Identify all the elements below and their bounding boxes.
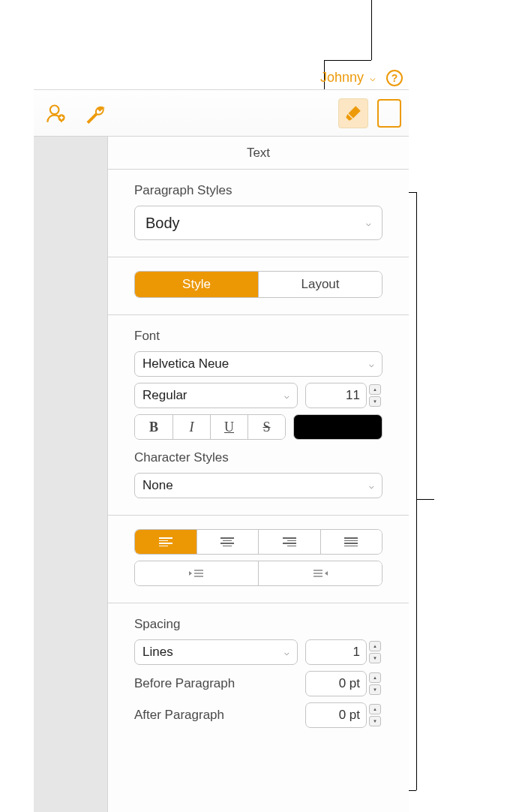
indent-icon (312, 568, 328, 579)
tab-style[interactable]: Style (135, 272, 258, 297)
align-right-button[interactable] (258, 530, 320, 554)
alignment-control (134, 529, 382, 555)
spacing-step-down[interactable]: ▼ (369, 653, 381, 663)
font-size-step-up[interactable]: ▲ (369, 384, 381, 395)
paragraph-styles-label: Paragraph Styles (134, 183, 382, 198)
after-paragraph-stepper: ▲ ▼ (369, 702, 382, 728)
font-size-input[interactable]: 11 (305, 383, 367, 408)
paragraph-styles-section: Paragraph Styles Body ⌵ (108, 170, 409, 257)
text-tabs-section: Style Layout (108, 257, 409, 315)
spacing-step-up[interactable]: ▲ (369, 641, 381, 651)
strikethrough-button[interactable]: S (248, 415, 285, 439)
paragraph-style-dropdown[interactable]: Body ⌵ (134, 206, 382, 240)
collaborate-button[interactable] (41, 98, 71, 128)
italic-button[interactable]: I (172, 415, 210, 439)
align-left-button[interactable] (135, 530, 196, 554)
svg-point-0 (50, 105, 59, 114)
paintbrush-icon (344, 104, 363, 123)
font-weight-value: Regular (142, 388, 188, 403)
before-step-down[interactable]: ▼ (369, 684, 381, 695)
help-icon[interactable]: ? (386, 70, 403, 86)
tools-button[interactable] (80, 98, 110, 128)
format-inspector-button[interactable] (338, 98, 368, 128)
person-add-icon (46, 103, 67, 124)
paragraph-style-value: Body (146, 215, 180, 232)
format-inspector: Text Paragraph Styles Body ⌵ Style Layou… (107, 137, 409, 812)
before-paragraph-stepper: ▲ ▼ (369, 671, 382, 696)
outdent-button[interactable] (135, 561, 258, 585)
user-name[interactable]: Johnny (320, 70, 364, 86)
alignment-section (108, 516, 409, 603)
chevron-down-icon: ⌵ (284, 391, 290, 401)
chevron-down-icon: ⌵ (366, 218, 371, 228)
outdent-icon (188, 568, 205, 579)
text-tabs: Style Layout (134, 271, 382, 298)
spacing-value-input[interactable]: 1 (305, 639, 367, 665)
font-weight-dropdown[interactable]: Regular ⌵ (134, 383, 298, 408)
after-paragraph-label: After Paragraph (134, 708, 224, 723)
spacing-section: Spacing Lines ⌵ 1 ▲ ▼ Before Paragraph 0… (108, 603, 409, 744)
tab-layout[interactable]: Layout (258, 272, 382, 297)
before-paragraph-input[interactable]: 0 pt (305, 671, 367, 696)
font-family-dropdown[interactable]: Helvetica Neue ⌵ (134, 351, 382, 377)
align-left-icon (159, 537, 172, 546)
document-inspector-button[interactable] (377, 99, 401, 128)
menubar: Johnny ⌵ ? (34, 66, 409, 90)
before-paragraph-label: Before Paragraph (134, 676, 235, 691)
spacing-stepper: ▲ ▼ (369, 639, 382, 665)
wrench-icon (84, 102, 106, 125)
inspector-title: Text (108, 137, 409, 170)
font-style-buttons: B I U S (134, 414, 286, 440)
document-background (34, 137, 107, 812)
character-style-dropdown[interactable]: None ⌵ (134, 473, 382, 498)
chevron-down-icon: ⌵ (369, 481, 374, 491)
chevron-down-icon: ⌵ (369, 359, 374, 369)
font-section: Font Helvetica Neue ⌵ Regular ⌵ 11 ▲ ▼ B… (108, 315, 409, 516)
spacing-mode-dropdown[interactable]: Lines ⌵ (134, 639, 298, 665)
align-justify-button[interactable] (320, 530, 382, 554)
spacing-label: Spacing (134, 617, 382, 632)
chevron-down-icon[interactable]: ⌵ (370, 72, 376, 83)
bold-button[interactable]: B (135, 415, 172, 439)
toolbar (34, 90, 409, 137)
font-size-step-down[interactable]: ▼ (369, 396, 381, 407)
after-step-up[interactable]: ▲ (369, 704, 381, 714)
text-color-well[interactable] (293, 414, 382, 440)
align-center-button[interactable] (196, 530, 259, 554)
indent-button[interactable] (258, 561, 382, 585)
underline-button[interactable]: U (210, 415, 248, 439)
font-family-value: Helvetica Neue (142, 356, 229, 371)
align-right-icon (283, 537, 296, 546)
align-center-icon (220, 537, 234, 546)
chevron-down-icon: ⌵ (284, 648, 290, 657)
after-paragraph-input[interactable]: 0 pt (305, 702, 367, 728)
font-size-stepper: ▲ ▼ (369, 383, 382, 408)
align-justify-icon (344, 537, 358, 546)
spacing-mode-value: Lines (142, 645, 173, 660)
character-styles-label: Character Styles (134, 450, 382, 465)
indent-control (134, 561, 382, 586)
font-label: Font (134, 329, 382, 344)
before-step-up[interactable]: ▲ (369, 672, 381, 683)
after-step-down[interactable]: ▼ (369, 716, 381, 726)
character-style-value: None (142, 478, 173, 493)
